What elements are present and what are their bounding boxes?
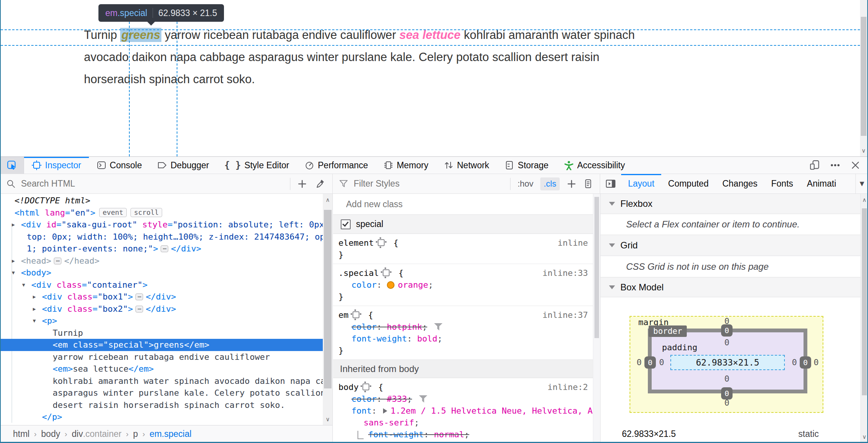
margin-left-value[interactable]: 0	[636, 358, 641, 367]
class-checkbox[interactable]	[341, 219, 351, 229]
css-rule-element[interactable]: element {inline}	[333, 234, 600, 264]
grid-section-header[interactable]: Grid	[601, 235, 868, 256]
filter-styles-input[interactable]	[353, 178, 510, 189]
tab-debugger[interactable]: Debugger	[150, 157, 217, 174]
rule-line[interactable]: color: orange;	[333, 279, 600, 291]
eyedropper-button[interactable]	[316, 179, 325, 189]
expand-icon[interactable]: ▶	[33, 303, 36, 315]
rules-scrollbar-thumb[interactable]	[594, 197, 599, 338]
css-rule-special[interactable]: .special {inline:33color: orange;}	[333, 264, 600, 306]
border-top-value[interactable]: 0	[721, 324, 733, 337]
markup-row[interactable]: ▶<div id="saka-gui-root" style="position…	[0, 219, 323, 231]
scroll-down-icon[interactable]: ∨	[860, 148, 867, 153]
markup-row[interactable]: kohlrabi amaranth water spinach avocado …	[0, 375, 323, 387]
tab-network[interactable]: Network	[436, 157, 497, 174]
rule-line[interactable]: }	[333, 345, 600, 356]
padding-left-value[interactable]: 0	[659, 358, 664, 367]
padding-bottom-value[interactable]: 0	[724, 374, 729, 383]
expand-icon[interactable]: ▶	[12, 219, 15, 231]
markup-row[interactable]: <em class="special">greens</em>	[0, 339, 323, 351]
toggle-classes-button[interactable]: .cls	[540, 177, 560, 190]
sidebar-tab-fonts[interactable]: Fonts	[764, 174, 800, 193]
markup-row[interactable]: ▶<head></head>	[0, 255, 323, 267]
collapse-icon[interactable]: ▼	[12, 267, 15, 279]
sidebar-tab-layout[interactable]: Layout	[621, 174, 661, 193]
markup-row[interactable]: top: 0px; width: 100%; height…100%; z-in…	[0, 231, 323, 243]
rule-line[interactable]: .special {inline:33	[333, 267, 600, 279]
sidebar-tabs-overflow-button[interactable]: ▼	[855, 174, 868, 193]
box-model-content[interactable]: 62.9833×21.5	[670, 355, 785, 370]
padding-right-value[interactable]: 0	[792, 358, 797, 367]
tab-performance[interactable]: Performance	[297, 157, 376, 174]
toggle-pseudo-classes-button[interactable]: :hov	[517, 179, 533, 189]
markup-scrollbar[interactable]: ∧ ∨	[323, 194, 333, 425]
css-rule-em[interactable]: em {inline:37color: hotpink;font-weight:…	[333, 306, 600, 360]
markup-row[interactable]: 1; pointer-events: none;"></div>	[0, 243, 323, 255]
rule-line[interactable]: color: hotpink;	[333, 321, 600, 333]
rule-source-link[interactable]: inline:33	[543, 267, 588, 279]
markup-row[interactable]: ▶<div class="box1"></div>	[0, 291, 323, 303]
markup-row[interactable]: </p>	[0, 411, 323, 423]
markup-row[interactable]: desert raisin horseradish spinach carrot…	[0, 399, 323, 411]
markup-row[interactable]: <!DOCTYPE html>	[0, 195, 323, 207]
layout-scrollbar[interactable]: ∧ ∨	[860, 194, 868, 443]
tab-console[interactable]: Console	[89, 157, 150, 174]
markup-row[interactable]: asparagus winter purslane kale. Celery p…	[0, 387, 323, 399]
markup-row[interactable]: <em>sea lettuce</em>	[0, 363, 323, 375]
rule-line[interactable]: em {inline:37	[333, 309, 600, 321]
sidebar-tab-changes[interactable]: Changes	[715, 174, 764, 193]
rule-line[interactable]: }	[333, 249, 600, 261]
scroll-up-icon[interactable]: ∧	[323, 197, 333, 203]
responsive-design-mode-button[interactable]	[809, 160, 820, 171]
rule-source-link[interactable]: inline:2	[548, 381, 588, 393]
markup-row[interactable]: Turnip	[0, 327, 323, 339]
markup-row[interactable]: <html lang="en">eventscroll	[0, 207, 323, 219]
rule-source-link[interactable]: inline:37	[543, 309, 588, 321]
devtools-menu-button[interactable]	[830, 160, 841, 171]
rule-line[interactable]: font: 1.2em / 1.5 Helvetica Neue, Helvet…	[333, 405, 600, 417]
collapse-icon[interactable]: ▼	[33, 315, 36, 327]
collapse-icon[interactable]: ▼	[22, 279, 25, 291]
margin-bottom-value[interactable]: 0	[724, 398, 729, 408]
markup-row[interactable]: ▼<div class="container">	[0, 279, 323, 291]
close-devtools-button[interactable]	[850, 160, 860, 170]
border-left-value[interactable]: 0	[644, 356, 656, 369]
markup-row[interactable]: ▶<div class="box2"></div>	[0, 303, 323, 315]
add-node-button[interactable]	[297, 179, 307, 189]
tab-memory[interactable]: Memory	[376, 157, 436, 174]
sidebar-tab-animations[interactable]: Animati	[800, 174, 843, 193]
sidebar-tab-computed[interactable]: Computed	[661, 174, 715, 193]
page-scrollbar-thumb[interactable]	[861, 17, 866, 136]
markup-row[interactable]: ▼<body>	[0, 267, 323, 279]
rules-scrollbar[interactable]	[593, 194, 600, 443]
margin-right-value[interactable]: 0	[813, 358, 818, 367]
search-html-input[interactable]	[20, 178, 290, 189]
scroll-down-icon[interactable]: ∨	[323, 416, 333, 422]
add-new-class-input[interactable]	[345, 199, 538, 210]
rule-line[interactable]: }	[333, 291, 600, 303]
add-rule-button[interactable]	[567, 179, 577, 189]
rule-line[interactable]: font-weight: bold;	[333, 333, 600, 345]
border-right-value[interactable]: 0	[800, 356, 811, 369]
rule-line[interactable]: color: #333;	[333, 393, 600, 405]
padding-top-value[interactable]: 0	[724, 338, 729, 347]
markup-row[interactable]: ▼<p>	[0, 315, 323, 327]
markup-row[interactable]: yarrow ricebean rutabaga endive cauliflo…	[0, 351, 323, 363]
expand-icon[interactable]: ▶	[33, 291, 36, 303]
rule-line[interactable]: font-weight: normal;	[333, 429, 600, 440]
pick-element-button[interactable]	[0, 157, 24, 174]
rule-source-link[interactable]: inline	[558, 237, 588, 249]
print-simulation-button[interactable]	[583, 179, 593, 188]
rule-line[interactable]: body {inline:2	[333, 381, 600, 393]
expand-icon[interactable]: ▶	[12, 255, 15, 267]
expand-sidebar-button[interactable]	[600, 174, 621, 193]
tab-inspector[interactable]: Inspector	[24, 157, 89, 174]
rule-line[interactable]: element {inline	[333, 237, 600, 249]
flexbox-section-header[interactable]: Flexbox	[601, 194, 868, 214]
css-rule-body[interactable]: body {inline:2color: #333;font: 1.2em / …	[333, 378, 600, 443]
page-scrollbar[interactable]: ∨	[860, 0, 867, 156]
rule-line[interactable]: sans-serif;	[333, 417, 600, 429]
tab-style-editor[interactable]: { } Style Editor	[217, 157, 297, 174]
tab-storage[interactable]: Storage	[497, 157, 556, 174]
box-model-section-header[interactable]: Box Model	[601, 277, 868, 297]
